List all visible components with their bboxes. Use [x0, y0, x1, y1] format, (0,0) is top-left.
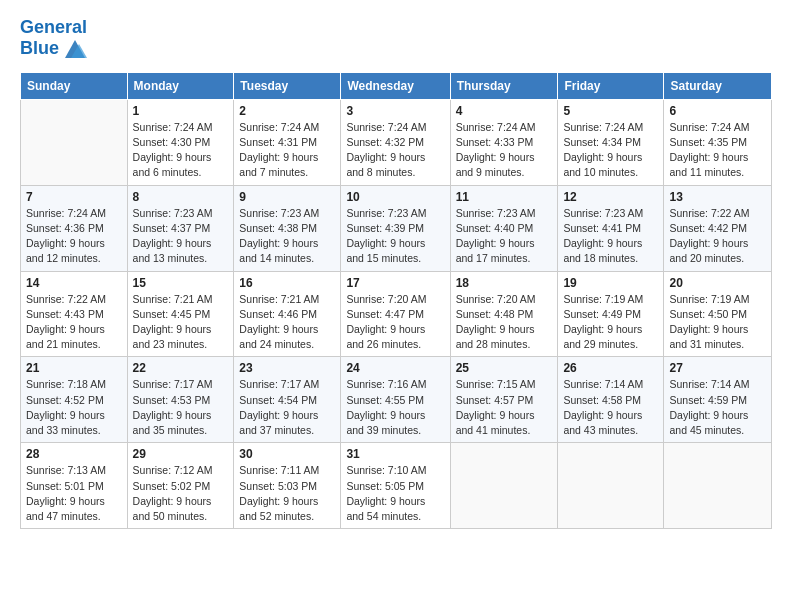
logo: General Blue: [20, 18, 89, 60]
calendar-week-row: 1Sunrise: 7:24 AMSunset: 4:30 PMDaylight…: [21, 99, 772, 185]
day-info: Sunrise: 7:21 AMSunset: 4:45 PMDaylight:…: [133, 292, 229, 353]
day-info: Sunrise: 7:12 AMSunset: 5:02 PMDaylight:…: [133, 463, 229, 524]
logo-icon: [61, 38, 89, 60]
day-number: 11: [456, 190, 553, 204]
day-info: Sunrise: 7:14 AMSunset: 4:58 PMDaylight:…: [563, 377, 658, 438]
calendar-cell: 4Sunrise: 7:24 AMSunset: 4:33 PMDaylight…: [450, 99, 558, 185]
weekday-header: Thursday: [450, 72, 558, 99]
day-info: Sunrise: 7:24 AMSunset: 4:31 PMDaylight:…: [239, 120, 335, 181]
day-info: Sunrise: 7:13 AMSunset: 5:01 PMDaylight:…: [26, 463, 122, 524]
calendar-cell: [664, 443, 772, 529]
day-info: Sunrise: 7:24 AMSunset: 4:35 PMDaylight:…: [669, 120, 766, 181]
page: General Blue SundayMondayTuesdayWednesda…: [0, 0, 792, 539]
day-number: 29: [133, 447, 229, 461]
calendar-cell: 1Sunrise: 7:24 AMSunset: 4:30 PMDaylight…: [127, 99, 234, 185]
day-number: 1: [133, 104, 229, 118]
day-info: Sunrise: 7:23 AMSunset: 4:39 PMDaylight:…: [346, 206, 444, 267]
day-info: Sunrise: 7:22 AMSunset: 4:42 PMDaylight:…: [669, 206, 766, 267]
calendar-cell: 15Sunrise: 7:21 AMSunset: 4:45 PMDayligh…: [127, 271, 234, 357]
calendar-cell: 6Sunrise: 7:24 AMSunset: 4:35 PMDaylight…: [664, 99, 772, 185]
day-info: Sunrise: 7:11 AMSunset: 5:03 PMDaylight:…: [239, 463, 335, 524]
day-info: Sunrise: 7:24 AMSunset: 4:34 PMDaylight:…: [563, 120, 658, 181]
day-info: Sunrise: 7:24 AMSunset: 4:30 PMDaylight:…: [133, 120, 229, 181]
weekday-header: Monday: [127, 72, 234, 99]
calendar-cell: 21Sunrise: 7:18 AMSunset: 4:52 PMDayligh…: [21, 357, 128, 443]
calendar-header-row: SundayMondayTuesdayWednesdayThursdayFrid…: [21, 72, 772, 99]
calendar-cell: 12Sunrise: 7:23 AMSunset: 4:41 PMDayligh…: [558, 185, 664, 271]
logo-blue: Blue: [20, 39, 59, 59]
calendar-cell: 29Sunrise: 7:12 AMSunset: 5:02 PMDayligh…: [127, 443, 234, 529]
day-number: 27: [669, 361, 766, 375]
calendar-table: SundayMondayTuesdayWednesdayThursdayFrid…: [20, 72, 772, 529]
calendar-cell: 18Sunrise: 7:20 AMSunset: 4:48 PMDayligh…: [450, 271, 558, 357]
logo-text: General: [20, 18, 89, 38]
day-number: 5: [563, 104, 658, 118]
calendar-cell: 14Sunrise: 7:22 AMSunset: 4:43 PMDayligh…: [21, 271, 128, 357]
day-number: 20: [669, 276, 766, 290]
weekday-header: Saturday: [664, 72, 772, 99]
day-info: Sunrise: 7:17 AMSunset: 4:53 PMDaylight:…: [133, 377, 229, 438]
calendar-cell: 5Sunrise: 7:24 AMSunset: 4:34 PMDaylight…: [558, 99, 664, 185]
day-number: 9: [239, 190, 335, 204]
calendar-week-row: 7Sunrise: 7:24 AMSunset: 4:36 PMDaylight…: [21, 185, 772, 271]
calendar-cell: 28Sunrise: 7:13 AMSunset: 5:01 PMDayligh…: [21, 443, 128, 529]
calendar-cell: 8Sunrise: 7:23 AMSunset: 4:37 PMDaylight…: [127, 185, 234, 271]
calendar-cell: [558, 443, 664, 529]
calendar-cell: 19Sunrise: 7:19 AMSunset: 4:49 PMDayligh…: [558, 271, 664, 357]
calendar-week-row: 21Sunrise: 7:18 AMSunset: 4:52 PMDayligh…: [21, 357, 772, 443]
day-info: Sunrise: 7:15 AMSunset: 4:57 PMDaylight:…: [456, 377, 553, 438]
day-info: Sunrise: 7:22 AMSunset: 4:43 PMDaylight:…: [26, 292, 122, 353]
calendar-cell: 22Sunrise: 7:17 AMSunset: 4:53 PMDayligh…: [127, 357, 234, 443]
day-info: Sunrise: 7:19 AMSunset: 4:50 PMDaylight:…: [669, 292, 766, 353]
calendar-cell: 17Sunrise: 7:20 AMSunset: 4:47 PMDayligh…: [341, 271, 450, 357]
calendar-cell: 24Sunrise: 7:16 AMSunset: 4:55 PMDayligh…: [341, 357, 450, 443]
calendar-cell: 9Sunrise: 7:23 AMSunset: 4:38 PMDaylight…: [234, 185, 341, 271]
calendar-cell: [450, 443, 558, 529]
day-info: Sunrise: 7:17 AMSunset: 4:54 PMDaylight:…: [239, 377, 335, 438]
day-info: Sunrise: 7:23 AMSunset: 4:38 PMDaylight:…: [239, 206, 335, 267]
day-number: 12: [563, 190, 658, 204]
weekday-header: Wednesday: [341, 72, 450, 99]
day-info: Sunrise: 7:10 AMSunset: 5:05 PMDaylight:…: [346, 463, 444, 524]
day-info: Sunrise: 7:23 AMSunset: 4:40 PMDaylight:…: [456, 206, 553, 267]
day-info: Sunrise: 7:24 AMSunset: 4:33 PMDaylight:…: [456, 120, 553, 181]
calendar-week-row: 14Sunrise: 7:22 AMSunset: 4:43 PMDayligh…: [21, 271, 772, 357]
header: General Blue: [20, 18, 772, 60]
day-number: 31: [346, 447, 444, 461]
logo-general: General: [20, 17, 87, 37]
weekday-header: Tuesday: [234, 72, 341, 99]
day-info: Sunrise: 7:23 AMSunset: 4:37 PMDaylight:…: [133, 206, 229, 267]
day-number: 22: [133, 361, 229, 375]
calendar-cell: 10Sunrise: 7:23 AMSunset: 4:39 PMDayligh…: [341, 185, 450, 271]
calendar-cell: 26Sunrise: 7:14 AMSunset: 4:58 PMDayligh…: [558, 357, 664, 443]
day-info: Sunrise: 7:18 AMSunset: 4:52 PMDaylight:…: [26, 377, 122, 438]
day-number: 7: [26, 190, 122, 204]
calendar-cell: [21, 99, 128, 185]
day-number: 23: [239, 361, 335, 375]
day-number: 3: [346, 104, 444, 118]
calendar-cell: 7Sunrise: 7:24 AMSunset: 4:36 PMDaylight…: [21, 185, 128, 271]
calendar-week-row: 28Sunrise: 7:13 AMSunset: 5:01 PMDayligh…: [21, 443, 772, 529]
calendar-cell: 13Sunrise: 7:22 AMSunset: 4:42 PMDayligh…: [664, 185, 772, 271]
day-number: 25: [456, 361, 553, 375]
calendar-cell: 27Sunrise: 7:14 AMSunset: 4:59 PMDayligh…: [664, 357, 772, 443]
day-info: Sunrise: 7:20 AMSunset: 4:48 PMDaylight:…: [456, 292, 553, 353]
day-number: 6: [669, 104, 766, 118]
day-info: Sunrise: 7:20 AMSunset: 4:47 PMDaylight:…: [346, 292, 444, 353]
calendar-cell: 23Sunrise: 7:17 AMSunset: 4:54 PMDayligh…: [234, 357, 341, 443]
day-number: 8: [133, 190, 229, 204]
day-number: 18: [456, 276, 553, 290]
calendar-cell: 25Sunrise: 7:15 AMSunset: 4:57 PMDayligh…: [450, 357, 558, 443]
day-info: Sunrise: 7:14 AMSunset: 4:59 PMDaylight:…: [669, 377, 766, 438]
calendar-cell: 20Sunrise: 7:19 AMSunset: 4:50 PMDayligh…: [664, 271, 772, 357]
day-number: 2: [239, 104, 335, 118]
day-number: 21: [26, 361, 122, 375]
day-number: 4: [456, 104, 553, 118]
day-number: 10: [346, 190, 444, 204]
calendar-cell: 16Sunrise: 7:21 AMSunset: 4:46 PMDayligh…: [234, 271, 341, 357]
calendar-cell: 11Sunrise: 7:23 AMSunset: 4:40 PMDayligh…: [450, 185, 558, 271]
day-number: 28: [26, 447, 122, 461]
day-info: Sunrise: 7:23 AMSunset: 4:41 PMDaylight:…: [563, 206, 658, 267]
day-info: Sunrise: 7:19 AMSunset: 4:49 PMDaylight:…: [563, 292, 658, 353]
calendar-cell: 2Sunrise: 7:24 AMSunset: 4:31 PMDaylight…: [234, 99, 341, 185]
